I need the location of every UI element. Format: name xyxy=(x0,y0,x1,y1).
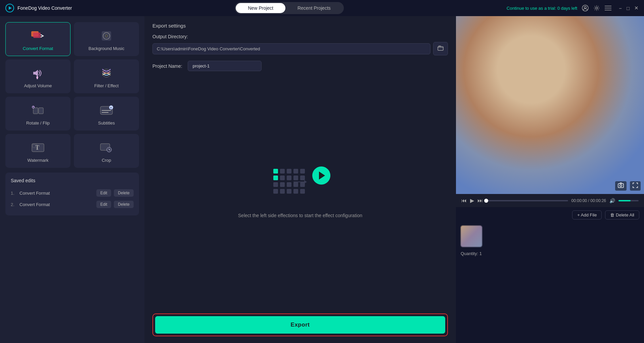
convert-format-icon xyxy=(31,29,45,43)
watermark-icon: T xyxy=(31,140,45,155)
tools-grid: Convert Format Background Music xyxy=(5,22,139,168)
time-display: 00:00:00 / 00:00:26 xyxy=(571,198,606,203)
tool-background-music[interactable]: Background Music xyxy=(74,22,139,56)
delete-all-button[interactable]: 🗑 Delete All xyxy=(605,210,639,219)
title-bar: FoneDog Video Converter New Project Rece… xyxy=(0,0,644,16)
export-button-wrapper: Export xyxy=(152,313,448,336)
right-panel: ⏮ ▶ ⏭ 00:00:00 / 00:00:26 🔊 + Add File 🗑… xyxy=(456,16,644,343)
nav-bar: New Project Recent Projects xyxy=(235,2,343,14)
svg-marker-1 xyxy=(9,6,12,10)
svg-point-15 xyxy=(36,76,38,78)
tool-rotate-flip[interactable]: Rotate / Flip xyxy=(5,97,71,131)
minimize-button[interactable]: − xyxy=(619,5,622,11)
video-preview xyxy=(456,16,644,194)
window-controls: − □ ✕ xyxy=(619,5,639,11)
adjust-volume-icon xyxy=(31,66,45,81)
center-panel: Export settings Output Directory: Projec… xyxy=(144,16,456,343)
maximize-button[interactable]: □ xyxy=(627,5,630,11)
play-circle xyxy=(312,166,330,185)
svg-rect-18 xyxy=(33,108,38,114)
tool-watermark-label: Watermark xyxy=(27,158,48,163)
settings-icon[interactable] xyxy=(593,5,600,11)
account-icon[interactable] xyxy=(582,5,589,11)
video-frame xyxy=(456,16,644,194)
play-pause-button[interactable]: ▶ xyxy=(470,197,474,204)
effect-graphic xyxy=(270,165,330,206)
saved-edit-1-edit-button[interactable]: Edit xyxy=(96,189,111,197)
project-name-row: Project Name: xyxy=(152,61,448,71)
filter-effect-icon xyxy=(99,66,114,81)
saved-edit-1-delete-button[interactable]: Delete xyxy=(114,189,134,197)
time-current: 00:00:00 xyxy=(571,198,587,203)
progress-bar[interactable] xyxy=(486,200,568,201)
output-directory-row: Output Directory: xyxy=(152,34,448,55)
app-logo-icon xyxy=(5,4,14,12)
project-name-label: Project Name: xyxy=(152,63,182,69)
dir-input-row xyxy=(152,42,448,55)
crop-icon xyxy=(99,140,114,155)
saved-edit-2-edit-button[interactable]: Edit xyxy=(96,201,111,208)
background-music-icon xyxy=(99,29,114,43)
tool-subtitles[interactable]: + Subtitles xyxy=(74,97,139,131)
output-dir-label: Output Directory: xyxy=(152,34,448,39)
list-item xyxy=(456,223,644,250)
export-settings-title: Export settings xyxy=(152,23,448,29)
tool-crop-label: Crop xyxy=(102,158,111,163)
quantity-text: Quantity: 1 xyxy=(456,250,644,259)
video-controls: ⏮ ▶ ⏭ 00:00:00 / 00:00:26 🔊 xyxy=(456,194,644,207)
tool-watermark[interactable]: T Watermark xyxy=(5,134,71,168)
new-project-button[interactable]: New Project xyxy=(236,3,285,13)
title-bar-left: FoneDog Video Converter xyxy=(5,4,72,12)
tool-filter-effect-label: Filter / Effect xyxy=(94,83,119,88)
add-file-button[interactable]: + Add File xyxy=(572,210,602,219)
volume-icon: 🔊 xyxy=(609,198,615,203)
effect-placeholder: Select the left side effections to start… xyxy=(152,77,448,308)
dir-browse-button[interactable] xyxy=(433,42,448,55)
file-thumbnail xyxy=(461,226,482,247)
saved-edit-num-2: 2. xyxy=(11,202,17,207)
effect-message: Select the left side effections to start… xyxy=(238,212,362,219)
svg-point-3 xyxy=(584,6,586,8)
saved-edit-2-delete-button[interactable]: Delete xyxy=(114,201,134,208)
svg-rect-32 xyxy=(618,184,624,188)
close-button[interactable]: ✕ xyxy=(634,5,639,11)
list-item: 2. Convert Format Edit Delete xyxy=(11,199,134,210)
left-panel: Convert Format Background Music xyxy=(0,16,144,343)
tool-convert-format[interactable]: Convert Format xyxy=(5,22,71,56)
menu-icon[interactable] xyxy=(605,6,611,10)
fullscreen-button[interactable] xyxy=(630,181,641,191)
volume-slider[interactable] xyxy=(618,200,639,201)
project-name-input[interactable] xyxy=(188,61,262,71)
progress-indicator xyxy=(484,199,488,203)
screenshot-button[interactable] xyxy=(615,181,627,191)
tool-filter-effect[interactable]: Filter / Effect xyxy=(74,59,139,93)
skip-forward-button[interactable]: ⏭ xyxy=(477,198,483,204)
list-item: 1. Convert Format Edit Delete xyxy=(11,187,134,199)
file-list-header: + Add File 🗑 Delete All xyxy=(456,207,644,223)
svg-point-4 xyxy=(596,7,598,9)
tool-adjust-volume[interactable]: Adjust Volume xyxy=(5,59,71,93)
saved-edits-panel: Saved edits 1. Convert Format Edit Delet… xyxy=(5,173,139,215)
saved-edits-title: Saved edits xyxy=(11,178,134,183)
play-triangle-icon xyxy=(319,172,325,180)
tool-crop[interactable]: Crop xyxy=(74,134,139,168)
rotate-flip-icon xyxy=(31,103,45,118)
time-separator: / xyxy=(587,198,590,203)
svg-rect-19 xyxy=(39,108,43,114)
svg-rect-31 xyxy=(438,47,443,50)
trial-text: Continue to use as a trial: 0 days left xyxy=(507,6,577,11)
tool-subtitles-label: Subtitles xyxy=(98,120,115,126)
time-total: 00:00:26 xyxy=(590,198,606,203)
export-button[interactable]: Export xyxy=(155,316,445,334)
saved-edit-name-1: Convert Format xyxy=(19,191,94,196)
tool-convert-format-label: Convert Format xyxy=(23,46,53,51)
skip-back-button[interactable]: ⏮ xyxy=(461,198,467,204)
recent-projects-button[interactable]: Recent Projects xyxy=(285,3,343,13)
output-dir-input[interactable] xyxy=(152,43,430,54)
saved-edit-num-1: 1. xyxy=(11,191,17,196)
title-bar-right: Continue to use as a trial: 0 days left … xyxy=(507,5,639,11)
svg-rect-9 xyxy=(33,33,41,38)
subtitles-icon: + xyxy=(99,103,114,118)
svg-point-30 xyxy=(107,147,111,152)
tool-adjust-volume-label: Adjust Volume xyxy=(24,83,52,88)
